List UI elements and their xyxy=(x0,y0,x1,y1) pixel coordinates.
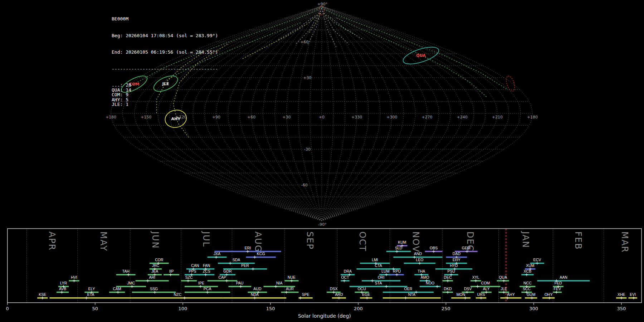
shower-label: DSX xyxy=(330,287,338,291)
peak-marker xyxy=(246,250,249,253)
axis-tick-label: 200 xyxy=(354,306,363,311)
peak-marker xyxy=(432,250,435,253)
shower-label: DEC xyxy=(444,275,452,279)
radiant-QUA: QUA xyxy=(401,44,440,67)
peak-marker xyxy=(480,297,483,299)
peak-marker xyxy=(395,250,398,253)
month-label: MAY xyxy=(98,231,108,252)
peak-marker xyxy=(199,285,202,288)
shower-label: ZCS xyxy=(203,269,210,273)
shower-label: PPS xyxy=(189,269,196,273)
shower-label: KSE xyxy=(39,292,46,297)
shower-label: AHY xyxy=(507,292,515,297)
peak-marker xyxy=(371,279,374,282)
meteor-trail xyxy=(243,13,319,59)
latitude-label: +90° xyxy=(317,2,328,6)
shower-counts: ...: 28QUA: 14COM: 9AHY: 5JLE: 1 xyxy=(112,83,218,107)
peak-marker xyxy=(366,297,369,299)
shower-label: JXA xyxy=(214,252,220,256)
shower-label: NUE xyxy=(288,275,296,279)
shower-bar-AAN xyxy=(537,280,590,282)
shower-label: OCT xyxy=(341,275,349,279)
longitude-label: +180 xyxy=(527,115,538,119)
longitude-label: +210 xyxy=(492,115,503,119)
count-row: JLE: 1 xyxy=(112,102,218,107)
shower-bar-AHY xyxy=(500,297,521,299)
axis-tick-label: 50 xyxy=(92,306,98,311)
month-label: SEP xyxy=(305,231,315,250)
peak-marker xyxy=(476,285,479,288)
graticule-meridian xyxy=(322,6,474,221)
shower-label: IIP xyxy=(169,269,174,273)
peak-marker xyxy=(183,297,186,299)
peak-marker xyxy=(464,297,467,299)
shower-label: URS xyxy=(477,292,485,297)
shower-label: ARD xyxy=(335,292,343,297)
shower-label: DSV xyxy=(464,287,472,291)
reference-mark xyxy=(504,75,516,92)
latitude-label: -30 xyxy=(304,147,311,152)
peak-marker xyxy=(536,262,538,265)
shower-label: NOO xyxy=(426,281,434,285)
peak-marker xyxy=(525,273,528,276)
shower-label: KCG xyxy=(257,252,265,256)
peak-marker xyxy=(41,297,44,299)
observation-begin: Beg: 20260104 17:08:54 (sol = 283.99°) xyxy=(112,33,218,39)
peak-marker xyxy=(446,279,449,282)
shower-label: FEV xyxy=(554,287,561,291)
peak-marker xyxy=(204,273,207,276)
shower-label: NIA xyxy=(276,281,283,285)
shower-label: CAM xyxy=(113,287,121,291)
month-label: NOV xyxy=(411,231,421,253)
station-id: BE000M xyxy=(112,16,218,22)
peak-marker xyxy=(485,291,488,294)
shower-label: DKD xyxy=(444,287,452,291)
shower-label: ALY xyxy=(483,287,490,291)
peak-marker xyxy=(131,285,133,288)
shower-label: RPU xyxy=(393,269,401,273)
shower-label: LMI xyxy=(372,258,378,262)
peak-marker xyxy=(239,285,242,288)
count-row: COM: 9 xyxy=(112,92,218,97)
shower-bar-MON xyxy=(451,297,470,299)
longitude-label: +30 xyxy=(282,115,291,119)
peak-marker xyxy=(153,291,156,294)
shower-label: AMO xyxy=(421,275,429,279)
shower-bar-SDA xyxy=(218,263,255,264)
shower-label: AAN xyxy=(560,275,567,279)
peak-marker xyxy=(418,262,421,265)
shower-bar-CAP xyxy=(208,280,237,282)
meteor-trail xyxy=(308,9,322,44)
meteor-trail xyxy=(322,7,507,89)
shower-label: AUR xyxy=(286,287,294,291)
peak-marker xyxy=(337,297,340,299)
peak-marker xyxy=(187,279,190,282)
peak-marker xyxy=(465,291,468,294)
observation-end: End: 20260105 06:19:56 (sol = 284.55°) xyxy=(112,49,218,55)
peak-marker xyxy=(169,273,172,276)
shower-label: PER xyxy=(241,263,249,268)
shower-label: FED xyxy=(555,281,562,285)
axis-tick-label: 150 xyxy=(266,306,275,311)
shower-label: SDA xyxy=(233,258,240,262)
shower-label: SCC xyxy=(523,287,531,291)
shower-label: DRA xyxy=(344,269,352,273)
shower-label: MON xyxy=(457,292,465,297)
longitude-label: +300 xyxy=(386,115,397,119)
shower-label: ELY xyxy=(88,287,95,291)
shower-label: STA xyxy=(375,281,382,285)
peak-marker xyxy=(548,297,551,299)
shower-label: AND xyxy=(414,252,422,256)
meteor-radiant-screen: QUACOMJLEAHY+180+150+120+90+60+30+0+330+… xyxy=(0,0,644,322)
shower-label: ARI xyxy=(149,275,155,279)
peak-marker xyxy=(146,279,149,282)
shower-label: XUM xyxy=(526,263,534,268)
axis-title: Solar longitude (deg) xyxy=(298,313,351,319)
shower-label: HVI xyxy=(71,275,77,279)
peak-marker xyxy=(446,291,449,294)
month-label: JUL xyxy=(201,231,211,247)
peak-marker xyxy=(253,256,256,259)
shower-label: NTA xyxy=(408,292,415,297)
shower-bar-SLD xyxy=(386,251,411,252)
axis-tick-label: 350 xyxy=(617,306,626,311)
